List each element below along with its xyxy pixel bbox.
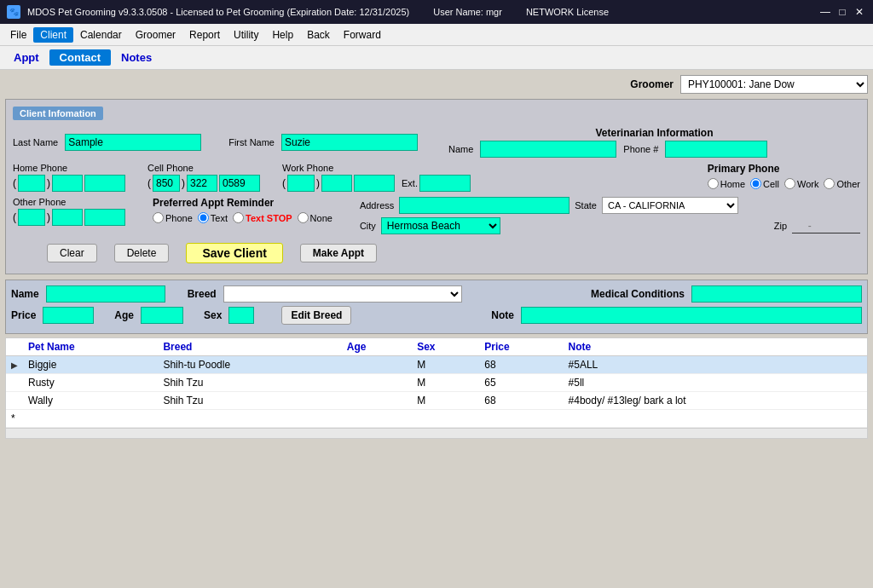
pet-name-label: Name	[11, 288, 39, 300]
minimize-button[interactable]: —	[818, 5, 832, 19]
last-name-input[interactable]	[65, 134, 201, 151]
menu-forward[interactable]: Forward	[337, 27, 388, 43]
col-note: Note	[564, 338, 867, 356]
menu-groomer[interactable]: Groomer	[129, 27, 182, 43]
radio-home-label[interactable]: Home	[708, 178, 745, 189]
home-prefix-input[interactable]	[52, 175, 83, 192]
tab-notes[interactable]: Notes	[111, 49, 162, 66]
work-phone-group: ( ) Ext.	[282, 175, 471, 192]
row-arrow	[6, 392, 23, 410]
ext-input[interactable]	[419, 175, 471, 192]
action-buttons-row: Clear Delete Save Client Make Appt	[13, 239, 860, 267]
work-area-input[interactable]	[287, 175, 315, 192]
first-name-label: First Name	[228, 137, 275, 147]
home-phone-group: ( )	[13, 175, 125, 192]
tab-contact[interactable]: Contact	[49, 49, 111, 66]
cell-area-input[interactable]	[153, 175, 180, 192]
radio-textstop[interactable]	[233, 212, 244, 223]
license-type: NETWORK License	[526, 7, 609, 17]
pet-age-input[interactable]	[141, 307, 183, 324]
home-number-input[interactable]	[84, 175, 125, 192]
address-input[interactable]	[399, 197, 569, 214]
col-arrow	[6, 338, 23, 356]
pet-sex-cell: M	[412, 374, 479, 392]
medical-label: Medical Conditions	[591, 288, 685, 300]
groomer-select[interactable]: PHY100001: Jane Dow	[680, 75, 868, 94]
table-row[interactable]: Wally Shih Tzu M 68 #4body/ #13leg/ bark…	[6, 392, 867, 410]
menu-back[interactable]: Back	[300, 27, 337, 43]
radio-none-label[interactable]: None	[298, 212, 332, 223]
radio-cell[interactable]	[750, 178, 761, 189]
radio-none[interactable]	[298, 212, 309, 223]
pet-section: Name Breed Medical Conditions Price Age …	[5, 280, 868, 334]
city-select[interactable]: Hermosa Beach	[381, 217, 500, 234]
other-number-input[interactable]	[84, 209, 125, 226]
home-area-input[interactable]	[18, 175, 45, 192]
cell-prefix-input[interactable]	[187, 175, 217, 192]
app-icon: 🐾	[7, 5, 20, 19]
pet-sex-input[interactable]	[228, 307, 254, 324]
pet-price-input[interactable]	[43, 307, 94, 324]
table-row[interactable]: Rusty Shih Tzu M 65 #5ll	[6, 374, 867, 392]
radio-home[interactable]	[708, 178, 719, 189]
table-row[interactable]: ▶ Biggie Shih-tu Poodle M 68 #5ALL	[6, 356, 867, 374]
make-appt-button[interactable]: Make Appt	[300, 244, 377, 262]
vet-title: Veterinarian Information	[448, 127, 860, 139]
col-age: Age	[342, 338, 412, 356]
radio-work[interactable]	[784, 178, 795, 189]
pet-name-cell: Rusty	[23, 374, 158, 392]
pet-breed-select[interactable]	[223, 285, 462, 303]
radio-work-label[interactable]: Work	[784, 178, 818, 189]
delete-client-button[interactable]: Delete	[114, 244, 170, 262]
menu-help[interactable]: Help	[265, 27, 300, 43]
radio-phone-label[interactable]: Phone	[153, 212, 193, 223]
menu-client[interactable]: Client	[33, 27, 73, 43]
zip-input[interactable]	[792, 219, 860, 233]
medical-input[interactable]	[691, 285, 862, 303]
radio-cell-label[interactable]: Cell	[750, 178, 779, 189]
pet-form-row-1: Name Breed Medical Conditions	[11, 285, 862, 303]
other-phone-row: Other Phone ( ) Preferred Appt Reminder …	[13, 197, 860, 234]
work-prefix-input[interactable]	[321, 175, 352, 192]
ext-label: Ext.	[402, 178, 418, 188]
other-prefix-input[interactable]	[52, 209, 83, 226]
radio-other[interactable]	[824, 178, 835, 189]
maximize-button[interactable]: □	[835, 5, 849, 19]
state-label: State	[575, 200, 597, 210]
state-select[interactable]: CA - CALIFORNIA	[602, 197, 738, 214]
col-price: Price	[479, 338, 563, 356]
work-number-input[interactable]	[354, 175, 395, 192]
menu-report[interactable]: Report	[182, 27, 227, 43]
vet-name-input[interactable]	[480, 141, 616, 158]
menu-file[interactable]: File	[3, 27, 33, 43]
pet-table-container: Pet Name Breed Age Sex Price Note ▶ Bigg…	[5, 337, 868, 439]
pet-note-input[interactable]	[521, 307, 862, 324]
tab-appt[interactable]: Appt	[3, 49, 49, 66]
menu-utility[interactable]: Utility	[227, 27, 265, 43]
radio-other-label[interactable]: Other	[824, 178, 860, 189]
edit-breed-button[interactable]: Edit Breed	[281, 306, 351, 325]
table-scrollbar[interactable]	[6, 428, 867, 438]
window-controls[interactable]: — □ ✕	[818, 5, 866, 19]
other-area-input[interactable]	[18, 209, 45, 226]
close-button[interactable]: ✕	[853, 5, 866, 19]
first-name-input[interactable]	[281, 134, 418, 151]
radio-text-label[interactable]: Text	[198, 212, 228, 223]
radio-textstop-label[interactable]: Text STOP	[233, 212, 292, 223]
radio-text[interactable]	[198, 212, 209, 223]
radio-phone[interactable]	[153, 212, 164, 223]
reminder-radio-group: Phone Text Text STOP None	[153, 212, 332, 223]
row-arrow	[6, 374, 23, 392]
pet-breed-cell: Shih-tu Poodle	[158, 356, 341, 374]
pet-price-cell: 68	[479, 356, 563, 374]
pet-name-input[interactable]	[46, 285, 165, 303]
clear-button[interactable]: Clear	[47, 244, 97, 262]
client-info-panel: Client Infomation Last Name First Name V…	[5, 99, 868, 274]
pet-price-cell: 68	[479, 392, 563, 410]
menu-calendar[interactable]: Calendar	[73, 27, 129, 43]
vet-phone-input[interactable]	[665, 141, 767, 158]
save-client-button[interactable]: Save Client	[186, 243, 282, 263]
pet-age-cell	[342, 356, 412, 374]
cell-number-input[interactable]	[219, 175, 260, 192]
pet-note-cell: #5ll	[564, 374, 867, 392]
